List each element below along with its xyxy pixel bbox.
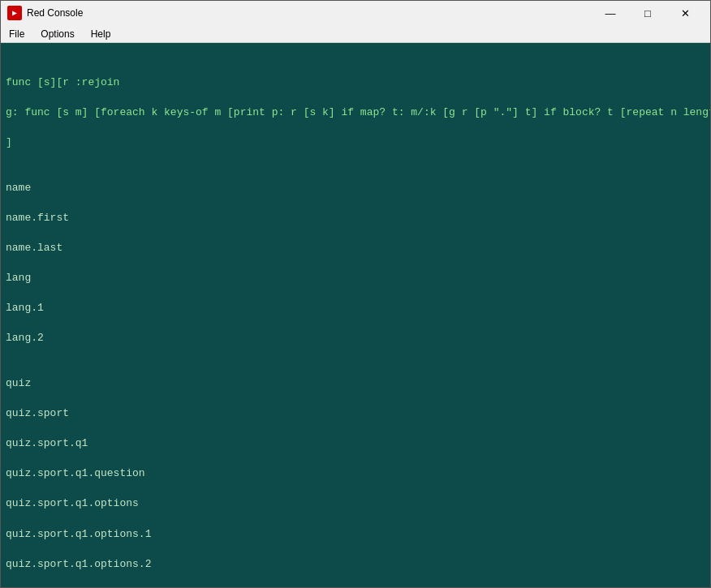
menu-bar: File Options Help: [1, 25, 710, 43]
title-bar: Red Console — □ ✕: [1, 1, 710, 25]
console-output[interactable]: func [s][r :rejoin g: func [s m] [foreac…: [1, 43, 710, 587]
menu-options[interactable]: Options: [32, 27, 82, 41]
window-controls: — □ ✕: [592, 1, 704, 25]
maximize-button[interactable]: □: [629, 1, 666, 25]
close-button[interactable]: ✕: [666, 1, 704, 25]
menu-help[interactable]: Help: [83, 27, 119, 41]
menu-file[interactable]: File: [1, 27, 32, 41]
console-text: func [s][r :rejoin g: func [s m] [foreac…: [6, 46, 705, 587]
minimize-button[interactable]: —: [592, 1, 629, 25]
app-icon: [7, 6, 22, 20]
main-window: Red Console — □ ✕ File Options Help func…: [0, 0, 711, 588]
window-title: Red Console: [27, 7, 592, 19]
